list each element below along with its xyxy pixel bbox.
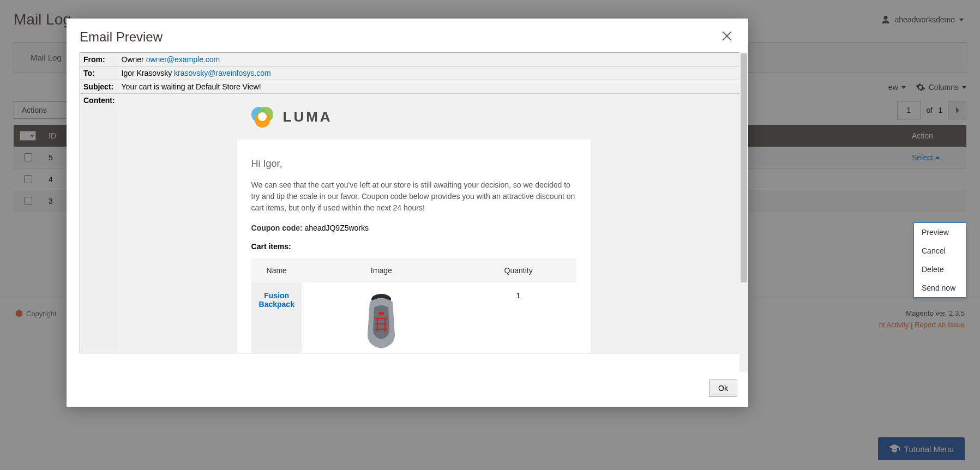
cart-items-label: Cart items:: [251, 242, 576, 251]
subject-value: Your cart is waiting at Default Store Vi…: [118, 80, 741, 94]
subject-label: Subject:: [80, 80, 118, 94]
email-preview-modal: Email Preview From: Owner owner@example.…: [67, 19, 748, 407]
greeting: Hi Igor,: [251, 158, 576, 170]
email-content: LUMA Hi Igor, We can see that the cart y…: [118, 94, 741, 353]
modal-title: Email Preview: [80, 29, 163, 45]
product-qty: 1: [461, 282, 576, 353]
close-icon: [721, 30, 733, 42]
coupon-line: Coupon code: aheadJQ9Z5works: [251, 224, 576, 232]
dropdown-delete[interactable]: Delete: [914, 260, 966, 279]
ok-button[interactable]: Ok: [709, 379, 737, 397]
luma-logo-icon: [249, 104, 275, 130]
outer-scrollbar[interactable]: [739, 52, 748, 372]
luma-logo: LUMA: [118, 104, 741, 140]
svg-rect-5: [378, 312, 384, 315]
col-name: Name: [251, 258, 302, 282]
col-image: Image: [302, 258, 461, 282]
content-label: Content:: [80, 94, 118, 354]
preview-frame[interactable]: From: Owner owner@example.com To: Igor K…: [80, 52, 742, 353]
dropdown-send-now[interactable]: Send now: [914, 279, 966, 297]
close-button[interactable]: [721, 29, 733, 45]
product-link[interactable]: Fusion Backpack: [259, 291, 294, 309]
dropdown-preview[interactable]: Preview: [914, 223, 966, 242]
dropdown-cancel[interactable]: Cancel: [914, 242, 966, 260]
email-meta: From: Owner owner@example.com To: Igor K…: [80, 53, 741, 353]
backpack-image: [359, 291, 404, 351]
svg-point-3: [258, 112, 267, 121]
to-email-link[interactable]: krasovsky@raveinfosys.com: [174, 69, 271, 77]
from-label: From:: [80, 53, 118, 67]
email-body: We can see that the cart you've left at …: [251, 179, 576, 214]
from-email-link[interactable]: owner@example.com: [146, 55, 220, 64]
to-label: To:: [80, 67, 118, 80]
cart-table: Name Image Quantity Fusion Backpack: [251, 258, 576, 353]
action-dropdown: Preview Cancel Delete Send now: [913, 222, 966, 298]
cart-row: Fusion Backpack: [251, 282, 576, 353]
col-qty: Quantity: [461, 258, 576, 282]
